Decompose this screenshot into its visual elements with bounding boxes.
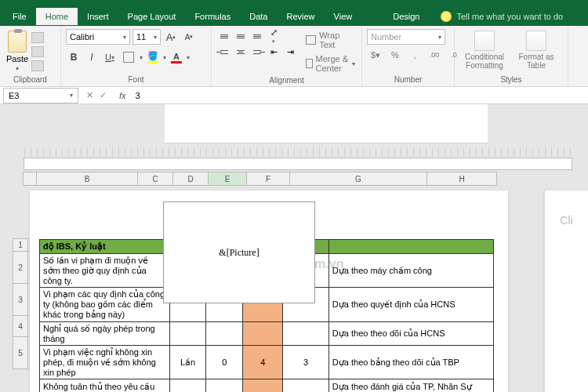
increase-decimal[interactable]: .00: [426, 47, 443, 63]
font-color-button[interactable]: A: [169, 49, 184, 65]
merge-center-button[interactable]: Merge & Center ▾: [304, 53, 357, 74]
align-middle[interactable]: [233, 29, 249, 43]
format-as-table-button[interactable]: Format as Table: [511, 29, 561, 71]
wrap-text-button[interactable]: Wrap Text: [304, 29, 357, 51]
border-button[interactable]: [123, 52, 134, 63]
tab-insert[interactable]: Insert: [78, 8, 118, 25]
format-painter-icon[interactable]: [31, 60, 44, 71]
number-format-dropdown[interactable]: Number▾: [367, 29, 445, 45]
grow-font[interactable]: A▴: [163, 29, 179, 45]
ribbon-tabs: File Home Insert Page Layout Formulas Da…: [0, 6, 588, 26]
font-name-dropdown[interactable]: Calibri▾: [66, 29, 130, 45]
indent-increase[interactable]: ⇥: [282, 45, 298, 59]
ribbon: Paste▾ Clipboard Calibri▾ 11▾ A▴ A▾ B I …: [0, 26, 588, 87]
conditional-formatting-button[interactable]: Conditional Formatting: [459, 29, 510, 71]
wrap-icon: [306, 35, 316, 45]
col-d[interactable]: D: [172, 172, 209, 186]
font-size-dropdown[interactable]: 11▾: [132, 29, 161, 45]
align-center[interactable]: [233, 45, 249, 59]
row-4[interactable]: 4: [13, 315, 28, 337]
orientation[interactable]: ⤢▾: [266, 29, 281, 43]
row-1[interactable]: 1: [13, 238, 28, 252]
indent-decrease[interactable]: ⇤: [266, 45, 281, 59]
cut-icon[interactable]: [31, 32, 44, 43]
align-top[interactable]: [216, 29, 232, 43]
group-font-label: Font: [64, 75, 208, 85]
tab-file[interactable]: File: [3, 8, 36, 25]
tab-data[interactable]: Data: [240, 8, 277, 25]
row-3[interactable]: 3: [13, 283, 28, 316]
cancel-formula[interactable]: ✕: [86, 90, 93, 100]
accounting-format[interactable]: $▾: [367, 47, 384, 63]
fill-color-button[interactable]: 🪣: [145, 49, 161, 65]
shrink-font[interactable]: A▾: [181, 29, 197, 45]
col-f[interactable]: F: [246, 172, 290, 186]
table-row[interactable]: Không tuân thủ theo yêu cầuDựa theo đánh…: [40, 379, 494, 393]
table-row[interactable]: Vi phạm việc nghỉ không xin phép, đi muộ…: [40, 346, 494, 379]
table-row[interactable]: Nghỉ quá số ngày phép trong thángDựa the…: [40, 322, 494, 346]
conditional-icon: [474, 31, 495, 51]
page-view: 1 2 3 4 5 .com.vn &[Picture] độ IBS, Kỷ …: [30, 191, 508, 392]
tab-formulas[interactable]: Formulas: [185, 8, 240, 25]
align-left[interactable]: [216, 45, 232, 59]
row-2[interactable]: 2: [13, 251, 28, 284]
tab-home[interactable]: Home: [36, 8, 78, 25]
name-box[interactable]: E3▾: [3, 88, 78, 103]
col-b[interactable]: B: [36, 172, 138, 186]
enter-formula[interactable]: ✓: [100, 90, 107, 100]
side-panel[interactable]: Cli: [544, 191, 588, 392]
tab-review[interactable]: Review: [277, 8, 324, 25]
merge-icon: [306, 59, 313, 68]
horizontal-ruler: [24, 158, 572, 170]
tell-me[interactable]: Tell me what you want to do: [441, 11, 563, 22]
tab-view[interactable]: View: [325, 8, 362, 25]
col-h[interactable]: H: [426, 172, 497, 186]
group-clipboard-label: Clipboard: [3, 75, 57, 85]
group-alignment-label: Alignment: [215, 76, 358, 85]
bulb-icon: [441, 11, 452, 22]
col-c[interactable]: C: [137, 172, 173, 186]
comma-format[interactable]: ,: [406, 47, 423, 63]
paste-icon: [8, 31, 27, 53]
paste-button[interactable]: Paste▾: [5, 29, 30, 74]
align-right[interactable]: [249, 45, 265, 59]
group-number-label: Number: [365, 75, 451, 85]
table-icon: [526, 31, 546, 51]
tab-pagelayout[interactable]: Page Layout: [118, 8, 186, 25]
tab-design[interactable]: Design: [383, 8, 429, 25]
col-e[interactable]: E: [208, 172, 247, 186]
formula-bar-expanded[interactable]: [165, 104, 488, 143]
column-headers: B C D E F G H: [24, 172, 497, 186]
group-styles-label: Styles: [458, 75, 564, 85]
formula-bar[interactable]: 3: [131, 91, 588, 100]
header-center-section[interactable]: &[Picture]: [163, 201, 315, 303]
bold-button[interactable]: B: [66, 49, 82, 65]
italic-button[interactable]: I: [84, 49, 100, 65]
copy-icon[interactable]: [31, 46, 44, 57]
fx-icon[interactable]: fx: [114, 91, 131, 100]
underline-button[interactable]: U▾: [102, 49, 118, 65]
col-g[interactable]: G: [289, 172, 427, 186]
row-5[interactable]: 5: [13, 336, 28, 369]
align-bottom[interactable]: [249, 29, 265, 43]
percent-format[interactable]: %: [387, 47, 404, 63]
